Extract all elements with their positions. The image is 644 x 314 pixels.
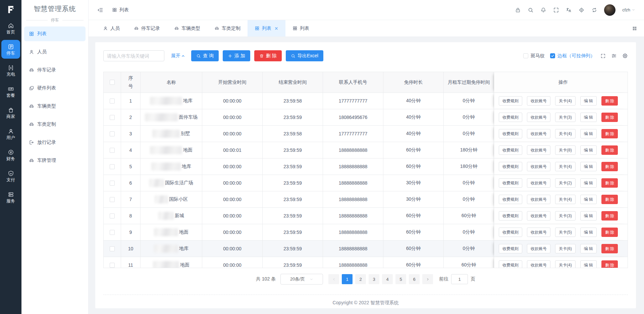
sidebar-item-plate-management[interactable]: 车牌管理 [24, 153, 86, 168]
collapse-sidebar-icon[interactable] [97, 7, 103, 13]
delete-row-button[interactable]: 删 除 [601, 129, 618, 138]
rail-item-charging[interactable]: 充电 [1, 61, 20, 80]
gate-button[interactable]: 关卡(2) [555, 178, 576, 188]
goto-page-input[interactable] [451, 274, 468, 284]
delete-row-button[interactable]: 删 除 [601, 96, 618, 106]
row-checkbox[interactable] [110, 213, 115, 218]
sidebar-item-vehicle-types[interactable]: 车辆类型 [24, 99, 86, 114]
payment-account-button[interactable]: 收款账号 [527, 211, 550, 221]
delete-row-button[interactable]: 删 除 [601, 244, 618, 253]
rail-item-packages[interactable]: 套餐 [1, 82, 20, 101]
export-excel-button[interactable]: 导出Excel [286, 50, 323, 61]
edit-button[interactable]: 编 辑 [580, 178, 597, 188]
delete-row-button[interactable]: 删 除 [601, 211, 618, 221]
search-input[interactable] [103, 50, 164, 61]
row-checkbox[interactable] [110, 115, 115, 120]
gate-button[interactable]: 关卡(5) [555, 228, 576, 237]
row-checkbox[interactable] [110, 164, 115, 169]
column-settings-icon[interactable] [611, 53, 617, 59]
select-all-checkbox[interactable] [110, 80, 115, 85]
gate-button[interactable]: 关卡(6) [555, 244, 576, 253]
tab-parking-records[interactable]: 停车记录 [127, 20, 167, 37]
gate-button[interactable]: 关卡(8) [555, 145, 576, 155]
page-button-1[interactable]: 1 [342, 274, 353, 284]
tag-icon[interactable] [579, 7, 585, 13]
fee-rule-button[interactable]: 收费规则 [499, 96, 522, 106]
border-resizable-checkbox[interactable]: 边框（可拉伸列） [550, 53, 595, 59]
fee-rule-button[interactable]: 收费规则 [499, 113, 522, 122]
gate-button[interactable]: 关卡(4) [555, 260, 576, 268]
query-button[interactable]: 查 询 [191, 50, 219, 61]
fullscreen-icon[interactable] [553, 7, 559, 13]
tab-list[interactable]: 列表 [285, 20, 316, 37]
rail-item-merchants[interactable]: 商家 [1, 103, 20, 122]
sidebar-item-parking-records[interactable]: 停车记录 [24, 63, 86, 77]
row-checkbox[interactable] [110, 181, 115, 186]
row-checkbox[interactable] [110, 148, 115, 153]
gate-button[interactable]: 关卡(4) [555, 129, 576, 138]
next-page-button[interactable] [422, 274, 433, 284]
notification-bell-icon[interactable] [540, 7, 546, 13]
delete-row-button[interactable]: 删 除 [601, 145, 618, 155]
payment-account-button[interactable]: 收款账号 [527, 260, 550, 268]
delete-row-button[interactable]: 删 除 [601, 178, 618, 188]
edit-button[interactable]: 编 辑 [580, 145, 597, 155]
fee-rule-button[interactable]: 收费规则 [499, 162, 522, 171]
add-button[interactable]: 添 加 [223, 50, 250, 61]
page-button-6[interactable]: 6 [409, 274, 420, 284]
fee-rule-button[interactable]: 收费规则 [499, 260, 522, 268]
delete-row-button[interactable]: 删 除 [601, 195, 618, 204]
gate-button[interactable]: 关卡(4) [555, 96, 576, 106]
translate-icon[interactable] [566, 7, 572, 13]
search-icon[interactable] [528, 7, 534, 13]
row-checkbox[interactable] [110, 99, 115, 104]
delete-row-button[interactable]: 删 除 [601, 162, 618, 171]
edit-button[interactable]: 编 辑 [580, 260, 597, 268]
rail-item-services[interactable]: 服务 [1, 188, 20, 206]
fee-rule-button[interactable]: 收费规则 [499, 244, 522, 253]
page-button-3[interactable]: 3 [369, 274, 379, 284]
tab-options-icon[interactable] [632, 26, 637, 31]
edit-button[interactable]: 编 辑 [580, 228, 597, 237]
row-checkbox[interactable] [110, 263, 115, 268]
app-logo[interactable] [0, 0, 21, 19]
row-checkbox[interactable] [110, 230, 115, 235]
payment-account-button[interactable]: 收款账号 [527, 96, 550, 106]
rail-item-home[interactable]: 首页 [1, 19, 20, 38]
zebra-checkbox[interactable]: 斑马纹 [523, 53, 545, 59]
page-button-2[interactable]: 2 [355, 274, 366, 284]
row-checkbox[interactable] [110, 246, 115, 251]
fee-rule-button[interactable]: 收费规则 [499, 129, 522, 138]
page-size-select[interactable]: 20条/页 [280, 274, 323, 285]
gate-button[interactable]: 关卡(4) [555, 162, 576, 171]
payment-account-button[interactable]: 收款账号 [527, 244, 550, 253]
sidebar-item-personnel[interactable]: 人员 [24, 45, 86, 59]
sidebar-item-release-records[interactable]: 放行记录 [24, 135, 86, 150]
table-fullscreen-icon[interactable] [600, 53, 606, 59]
tab-list-active[interactable]: 列表 [248, 20, 285, 37]
fee-rule-button[interactable]: 收费规则 [499, 211, 522, 221]
edit-button[interactable]: 编 辑 [580, 96, 597, 106]
rail-item-parking[interactable]: 停车 [1, 40, 20, 59]
edit-button[interactable]: 编 辑 [580, 211, 597, 221]
lock-icon[interactable] [515, 7, 521, 13]
fee-rule-button[interactable]: 收费规则 [499, 195, 522, 204]
payment-account-button[interactable]: 收款账号 [527, 195, 550, 204]
prev-page-button[interactable] [328, 274, 339, 284]
sidebar-item-hardware-list[interactable]: 硬件列表 [24, 81, 86, 96]
rail-item-users[interactable]: 用户 [1, 124, 20, 143]
page-button-4[interactable]: 4 [382, 274, 393, 284]
expand-link[interactable]: 展开 [171, 53, 185, 59]
close-icon[interactable] [274, 26, 278, 30]
delete-row-button[interactable]: 删 除 [601, 113, 618, 122]
sidebar-item-list[interactable]: 列表 [24, 26, 86, 41]
rail-item-payment[interactable]: 支付 [1, 167, 20, 185]
fee-rule-button[interactable]: 收费规则 [499, 178, 522, 188]
payment-account-button[interactable]: 收款账号 [527, 228, 550, 237]
fee-rule-button[interactable]: 收费规则 [499, 228, 522, 237]
delete-row-button[interactable]: 删 除 [601, 260, 618, 268]
tab-personnel[interactable]: 人员 [96, 20, 127, 37]
tab-vehicle-custom[interactable]: 车类定制 [207, 20, 248, 37]
gear-icon[interactable] [622, 53, 628, 59]
gate-button[interactable]: 关卡(4) [555, 195, 576, 204]
